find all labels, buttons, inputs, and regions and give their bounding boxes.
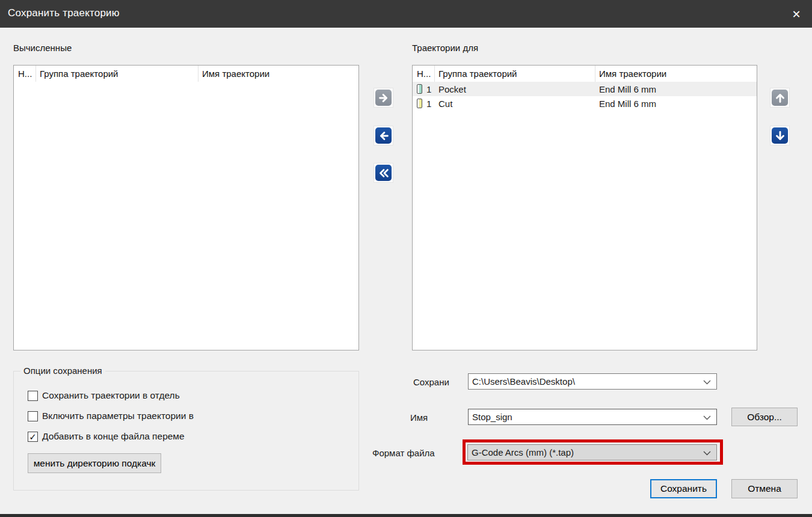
arrow-down-icon <box>772 127 788 144</box>
column-header-name: Имя траектории <box>198 66 358 82</box>
tool-icon <box>417 84 422 94</box>
close-icon[interactable]: ✕ <box>788 6 805 23</box>
chevron-down-icon[interactable] <box>703 380 711 385</box>
trajectory-name: End Mill 6 mm <box>595 84 757 94</box>
column-header-number: Н... <box>14 66 36 82</box>
selected-trajectories-list[interactable]: Н... Группа траекторий Имя траектории 1 … <box>412 65 757 350</box>
save-path-combobox[interactable]: C:\Users\Beavis\Desktop\ <box>468 373 717 390</box>
file-name-label: Имя <box>410 412 428 423</box>
save-button[interactable]: Сохранить <box>650 479 717 498</box>
checkbox-label: Включить параметры траектории в <box>42 411 194 421</box>
row-number: 1 <box>426 84 431 94</box>
move-left-button[interactable] <box>374 126 393 145</box>
checkbox-label: Добавить в конце файла переме <box>42 431 185 442</box>
arrow-left-icon <box>375 127 392 144</box>
checkbox-append-at-end[interactable]: ✓ Добавить в конце файла переме <box>28 431 185 442</box>
save-trajectory-dialog: Сохранить траекторию ✕ Вычисленные Траек… <box>0 0 812 517</box>
computed-trajectories-list[interactable]: Н... Группа траекторий Имя траектории <box>13 65 359 350</box>
tool-icon <box>417 99 422 108</box>
file-format-combobox[interactable]: G-Code Arcs (mm) (*.tap) <box>467 444 717 460</box>
column-header-name: Имя траектории <box>595 66 757 82</box>
save-path-label: Сохрани <box>413 377 449 387</box>
save-options-title: Опции сохранения <box>20 366 105 376</box>
trajectory-name: End Mill 6 mm <box>595 99 757 109</box>
trajectory-group: Pocket <box>435 84 595 94</box>
cancel-button[interactable]: Отмена <box>731 479 798 498</box>
file-name-combobox[interactable]: Stop_sign <box>468 409 717 425</box>
change-spool-directory-button[interactable]: менить директорию подкачк <box>28 453 161 473</box>
trajectory-row-pocket[interactable]: 1 Pocket End Mill 6 mm <box>413 82 757 96</box>
window-bottom-edge <box>0 514 812 517</box>
window-title: Сохранить траекторию <box>8 7 120 19</box>
checkbox-box[interactable] <box>28 391 38 401</box>
checkbox-box[interactable] <box>28 411 38 421</box>
list-header: Н... Группа траекторий Имя траектории <box>413 66 757 82</box>
selected-list-label: Траектории для <box>412 43 478 53</box>
list-header: Н... Группа траекторий Имя траектории <box>14 66 358 82</box>
file-name-value: Stop_sign <box>472 412 512 422</box>
trajectory-group: Cut <box>435 99 595 109</box>
double-arrow-left-icon <box>375 165 392 181</box>
checkbox-save-separate-files[interactable]: Сохранить траектории в отдель <box>28 390 180 401</box>
move-down-button[interactable] <box>770 126 790 145</box>
column-header-number: Н... <box>413 66 435 82</box>
check-icon: ✓ <box>29 432 37 441</box>
move-up-button <box>770 88 790 108</box>
row-number: 1 <box>426 99 431 109</box>
title-bar: Сохранить траекторию ✕ <box>0 0 812 28</box>
move-all-left-button[interactable] <box>374 163 393 183</box>
computed-list-label: Вычисленные <box>13 43 72 53</box>
checkbox-box-checked[interactable]: ✓ <box>28 432 38 442</box>
browse-button[interactable]: Обзор... <box>731 408 798 426</box>
checkbox-include-parameters[interactable]: Включить параметры траектории в <box>28 411 194 421</box>
chevron-down-icon[interactable] <box>703 451 711 456</box>
file-format-value: G-Code Arcs (mm) (*.tap) <box>472 447 574 457</box>
arrow-up-icon <box>772 90 788 106</box>
file-format-label: Формат файла <box>372 448 435 458</box>
arrow-right-icon <box>375 90 392 106</box>
save-path-value: C:\Users\Beavis\Desktop\ <box>472 376 575 387</box>
column-header-group: Группа траекторий <box>36 66 198 82</box>
checkbox-label: Сохранить траектории в отдель <box>42 390 180 401</box>
trajectory-row-cut[interactable]: 1 Cut End Mill 6 mm <box>413 96 757 111</box>
chevron-down-icon[interactable] <box>703 415 711 420</box>
move-right-button <box>374 88 393 108</box>
column-header-group: Группа траекторий <box>435 66 595 82</box>
